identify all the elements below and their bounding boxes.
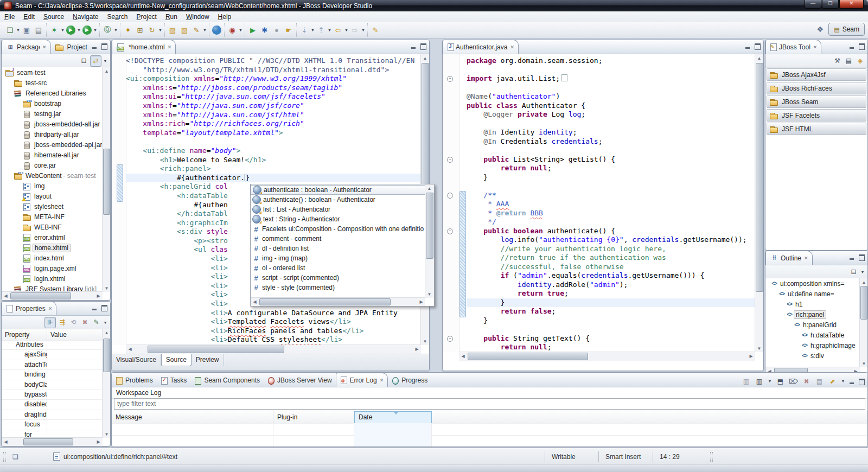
column-header-plug-in[interactable]: Plug-in <box>273 411 354 424</box>
completion-item[interactable]: #Facelets ui:Composition - Composition w… <box>251 224 425 234</box>
property-value[interactable] <box>47 410 103 419</box>
outline-item-ui-composition-xmlns-[interactable]: <>ui:composition xmlns= <box>765 278 859 289</box>
tree-item-seam-test[interactable]: Jseam-test <box>2 67 102 78</box>
maximize-editor-icon[interactable] <box>754 43 761 49</box>
completion-item[interactable]: #img - img (map) <box>251 253 425 263</box>
tree-item-jre-system-library[interactable]: JRE System Library [jdk] <box>2 284 102 291</box>
web-browser-icon[interactable] <box>212 25 221 35</box>
maximize-editor-icon[interactable] <box>420 43 427 49</box>
collapse-all-icon[interactable]: ⊟ <box>848 267 859 277</box>
completion-item[interactable]: #style - style (commented) <box>251 283 425 292</box>
close-icon[interactable]: ✕ <box>510 44 514 50</box>
completion-item[interactable]: authenticate : boolean - Authenticator <box>251 185 425 195</box>
export-log-icon[interactable]: ▥ <box>741 376 751 386</box>
property-row[interactable]: disabled <box>2 400 103 410</box>
palette-drawer-jboss-ajax4jsf[interactable]: JBoss Ajax4Jsf <box>767 68 866 81</box>
tab-jboss-tool-palette[interactable]: ✎ JBoss Tool ✕ <box>765 40 821 54</box>
close-icon[interactable]: ✕ <box>42 44 47 50</box>
completion-item[interactable]: text : String - Authenticator <box>251 214 425 224</box>
tree-item-testng-jar[interactable]: testng.jar <box>2 109 102 119</box>
completion-item[interactable]: #dl - definition list <box>251 244 425 253</box>
brush-icon[interactable]: ✎ <box>191 24 202 35</box>
refresh-code-icon[interactable]: ↻ <box>146 24 157 35</box>
menu-navigate[interactable]: Navigate <box>68 12 103 21</box>
prev-annotation-icon[interactable]: ⇡ <box>316 24 327 35</box>
tab-project-explorer[interactable]: Project Explorer <box>51 41 92 54</box>
menu-project[interactable]: Project <box>132 12 161 21</box>
popup-vscrollbar[interactable]: ▲▼ <box>425 184 434 298</box>
property-value[interactable] <box>47 360 103 369</box>
back-icon[interactable]: ⇦ <box>333 24 343 35</box>
run-icon[interactable]: ▶ <box>66 25 75 35</box>
property-value[interactable] <box>47 340 103 349</box>
restore-button[interactable]: ❐ <box>822 0 839 9</box>
run-history-icon[interactable]: ▶ <box>82 25 92 35</box>
dropdown-icon[interactable]: ▼ <box>767 379 773 383</box>
print-icon[interactable]: ▤ <box>33 24 44 35</box>
view-menu-icon[interactable]: ▼ <box>103 59 108 63</box>
folding-ruler[interactable]: +−−−− <box>443 56 459 352</box>
link-with-editor-icon[interactable]: ⇄ <box>90 55 101 67</box>
minimize-view-icon[interactable] <box>848 378 856 385</box>
close-icon[interactable]: ✕ <box>48 306 53 311</box>
outline-item-s-div[interactable]: <>s:div <box>765 350 859 361</box>
palette-drawer-jboss-seam[interactable]: JBoss Seam <box>767 95 866 108</box>
outline-vscrollbar[interactable]: ▲▼ <box>859 278 867 367</box>
content-assist-list[interactable]: authenticate : boolean - Authenticatorau… <box>251 185 425 292</box>
maximize-view-icon[interactable] <box>858 43 865 49</box>
outline-item-rich-panel[interactable]: <>rich:panel <box>765 309 859 320</box>
collapse-all-icon[interactable]: ⊟ <box>79 56 89 66</box>
open-folder-icon[interactable]: ▧ <box>179 24 190 35</box>
show-advanced-icon[interactable]: ⇶ <box>57 317 67 328</box>
tab-seam-components[interactable]: Seam Components <box>190 374 264 387</box>
property-row[interactable]: binding <box>2 370 103 380</box>
properties-hscrollbar[interactable]: ◀▶ <box>2 437 103 446</box>
column-header-message[interactable]: Message <box>112 411 273 424</box>
property-value[interactable] <box>47 420 103 429</box>
tree-item-test-src[interactable]: test-src <box>2 78 102 88</box>
property-value[interactable] <box>47 380 103 390</box>
mark-occurrences-icon[interactable]: ✎ <box>370 24 381 35</box>
close-button[interactable]: ✕ <box>839 0 864 9</box>
restore-default-icon[interactable]: ⟲ <box>68 317 79 328</box>
play-icon[interactable]: ▶ <box>247 24 258 35</box>
view-menu-icon[interactable]: ▼ <box>103 321 108 324</box>
tab-progress[interactable]: Progress <box>388 374 431 387</box>
close-icon[interactable]: ✕ <box>168 44 172 50</box>
tree-item-error-xhtml[interactable]: error.xhtml <box>2 232 102 243</box>
filter-input[interactable]: type filter text <box>114 398 865 410</box>
stop-icon[interactable]: ● <box>271 24 282 35</box>
properties-vscrollbar[interactable]: ▲▼ <box>102 329 110 438</box>
import-log-icon[interactable]: ⬈ <box>827 376 838 386</box>
maximize-view-icon[interactable] <box>858 378 865 385</box>
tab-problems[interactable]: Problems <box>112 374 157 387</box>
forward-icon[interactable]: ⇨ <box>349 24 360 35</box>
eraser-icon[interactable]: ◈ <box>855 56 865 66</box>
view-menu-icon[interactable]: ▼ <box>860 270 865 274</box>
tree-item-web-inf[interactable]: WEB-INF <box>2 222 102 232</box>
minimize-view-icon[interactable] <box>848 254 856 260</box>
palette-drawer-jboss-richfaces[interactable]: JBoss RichFaces <box>767 82 866 94</box>
tab-home-xhtml[interactable]: *home.xhtml ✕ <box>112 40 176 54</box>
java-source[interactable]: package org.domain.seam.session;import j… <box>467 56 755 352</box>
dropdown-arrow-icon[interactable]: ▼ <box>202 28 207 32</box>
tree-item-referenced-libraries[interactable]: Referenced Libraries <box>2 88 102 98</box>
dropdown-arrow-icon[interactable]: ▼ <box>60 28 65 32</box>
tree-item-img[interactable]: img <box>2 181 102 191</box>
property-value[interactable] <box>47 430 103 438</box>
tab-tasks[interactable]: Tasks <box>157 374 191 387</box>
menu-edit[interactable]: Edit <box>19 12 39 21</box>
save-icon[interactable]: ▣ <box>21 24 32 35</box>
minimize-view-icon[interactable] <box>91 304 98 311</box>
completion-item[interactable]: #script - script (commented) <box>251 273 425 283</box>
maximize-view-icon[interactable] <box>101 43 108 49</box>
tree-item-bootstrap[interactable]: 010bootstrap <box>2 98 102 109</box>
log-row[interactable] <box>112 435 867 447</box>
dropdown-arrow-icon[interactable]: ▼ <box>76 28 81 32</box>
dropdown-arrow-icon[interactable]: ▼ <box>113 28 118 32</box>
perspective-seam-button[interactable]: ▤ Seam <box>828 23 865 36</box>
dropdown-arrow-icon[interactable]: ▼ <box>310 28 315 32</box>
property-row[interactable]: ajaxSingle <box>2 350 103 360</box>
tab-error-log[interactable]: Error Log✕ <box>336 373 388 387</box>
show-categories-icon[interactable]: ⊪ <box>44 317 56 328</box>
